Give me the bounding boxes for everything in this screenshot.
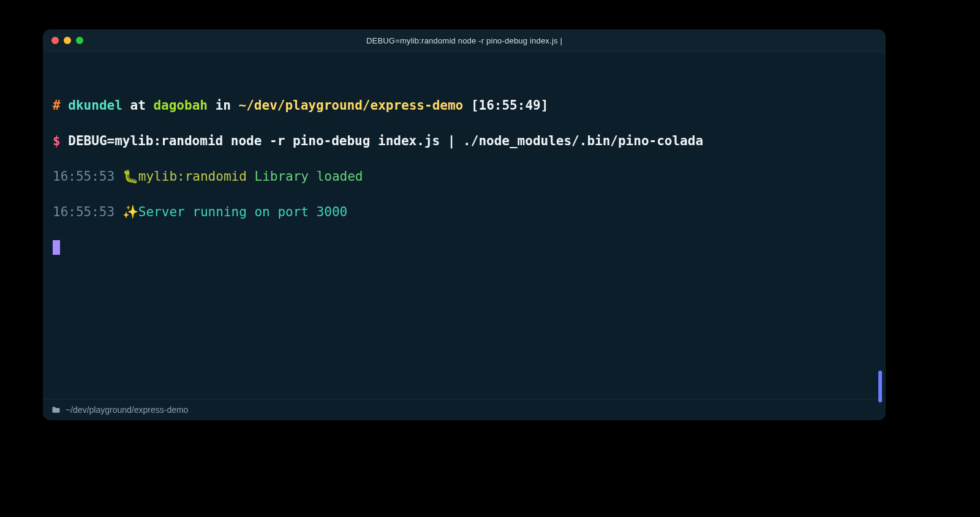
traffic-lights — [43, 37, 83, 44]
titlebar[interactable]: DEBUG=mylib:randomid node -r pino-debug … — [43, 29, 886, 52]
terminal-window: DEBUG=mylib:randomid node -r pino-debug … — [43, 29, 886, 420]
close-icon[interactable] — [51, 37, 59, 44]
window-title: DEBUG=mylib:randomid node -r pino-debug … — [43, 36, 886, 45]
log-timestamp: 16:55:53 — [53, 205, 115, 219]
log-timestamp: 16:55:53 — [53, 169, 115, 184]
log-line: 16:55:53 🐛mylib:randomid Library loaded — [53, 168, 876, 186]
terminal-body[interactable]: # dkundel at dagobah in ~/dev/playground… — [43, 52, 886, 399]
log-message: Library loaded — [254, 169, 363, 184]
prompt-dollar: $ — [53, 134, 61, 148]
minimize-icon[interactable] — [64, 37, 71, 44]
prompt-time: [16:55:49] — [471, 98, 548, 113]
folder-icon — [51, 406, 61, 413]
prompt-in: in — [216, 98, 231, 113]
sparkles-icon: ✨ — [123, 205, 138, 219]
prompt-hash: # — [53, 98, 61, 113]
zoom-icon[interactable] — [76, 37, 83, 44]
log-line: 16:55:53 ✨Server running on port 3000 — [53, 203, 876, 221]
log-message: Server running on port 3000 — [138, 205, 347, 219]
statusbar: ~/dev/playground/express-demo — [43, 399, 886, 420]
prompt-line-1: # dkundel at dagobah in ~/dev/playground… — [53, 97, 876, 115]
cursor[interactable] — [53, 240, 60, 255]
statusbar-cwd: ~/dev/playground/express-demo — [66, 405, 188, 415]
prompt-host: dagobah — [153, 98, 208, 113]
prompt-user: dkundel — [68, 98, 123, 113]
scrollbar-thumb[interactable] — [878, 371, 882, 402]
prompt-at: at — [130, 98, 145, 113]
command-text: DEBUG=mylib:randomid node -r pino-debug … — [68, 134, 703, 148]
cursor-line — [53, 239, 876, 257]
log-tag: mylib:randomid — [138, 169, 247, 184]
prompt-path: ~/dev/playground/express-demo — [239, 98, 464, 113]
bug-icon: 🐛 — [123, 169, 138, 184]
prompt-line-2: $ DEBUG=mylib:randomid node -r pino-debu… — [53, 132, 876, 150]
